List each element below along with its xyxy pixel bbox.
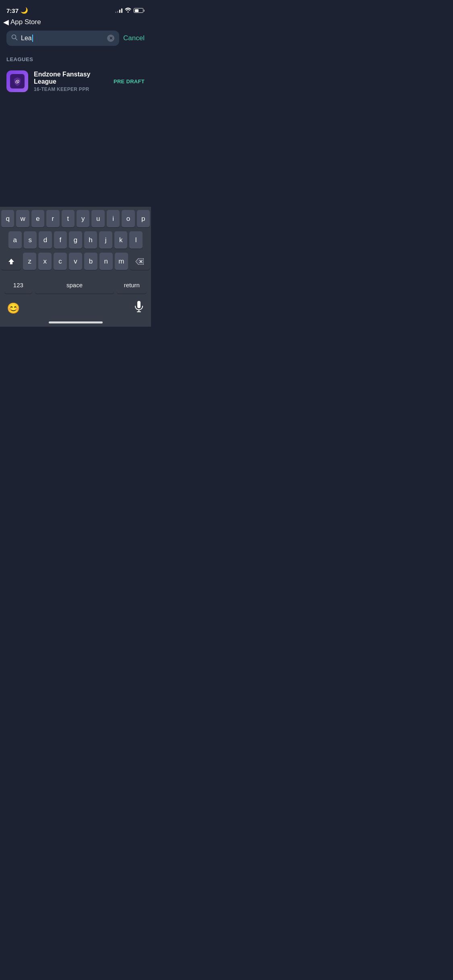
keyboard-row-3: z x c v b n m xyxy=(1,253,150,270)
home-indicator xyxy=(49,321,103,323)
key-h[interactable]: h xyxy=(84,231,97,249)
return-key[interactable]: return xyxy=(117,276,147,294)
key-t[interactable]: t xyxy=(62,210,74,227)
keyboard-row-1: q w e r t y u i o p xyxy=(1,210,150,227)
back-label: App Store xyxy=(10,18,41,26)
signal-icon xyxy=(115,8,122,13)
key-b[interactable]: b xyxy=(84,253,97,270)
key-m[interactable]: m xyxy=(115,253,128,270)
wifi-icon xyxy=(125,7,131,14)
status-right-icons xyxy=(115,7,145,14)
key-o[interactable]: o xyxy=(122,210,134,227)
key-e[interactable]: e xyxy=(31,210,44,227)
key-z[interactable]: z xyxy=(23,253,36,270)
status-bar: 7:37 🌙 xyxy=(0,0,151,18)
key-q[interactable]: q xyxy=(1,210,14,227)
key-i[interactable]: i xyxy=(107,210,120,227)
key-a[interactable]: a xyxy=(8,231,22,249)
key-d[interactable]: d xyxy=(39,231,52,249)
status-time: 7:37 🌙 xyxy=(6,7,28,14)
league-icon-inner xyxy=(10,74,25,89)
key-p[interactable]: p xyxy=(137,210,150,227)
svg-line-1 xyxy=(16,39,17,40)
search-input[interactable]: Lea xyxy=(21,35,104,42)
key-j[interactable]: j xyxy=(99,231,112,249)
svg-marker-6 xyxy=(8,259,14,264)
back-navigation[interactable]: ◀ App Store xyxy=(0,18,151,31)
time-display: 7:37 xyxy=(6,7,19,14)
keyboard-bottom-row: 123 space return xyxy=(1,274,150,299)
key-l[interactable]: l xyxy=(129,231,143,249)
cancel-button[interactable]: Cancel xyxy=(123,34,145,42)
league-status-badge: PRE DRAFT xyxy=(114,78,145,84)
shift-key[interactable] xyxy=(1,253,21,270)
search-row: Lea ✕ Cancel xyxy=(0,31,151,46)
key-v[interactable]: v xyxy=(69,253,82,270)
league-name: Endzone Fanstasy League xyxy=(34,71,108,85)
key-f[interactable]: f xyxy=(54,231,67,249)
league-icon xyxy=(6,70,28,92)
moon-icon: 🌙 xyxy=(21,7,28,14)
key-u[interactable]: u xyxy=(91,210,104,227)
search-icon xyxy=(11,34,18,42)
keyboard: q w e r t y u i o p a s d f g h j k l z … xyxy=(0,207,151,327)
backspace-key[interactable] xyxy=(130,253,150,270)
key-r[interactable]: r xyxy=(46,210,59,227)
key-g[interactable]: g xyxy=(69,231,82,249)
key-x[interactable]: x xyxy=(38,253,52,270)
key-n[interactable]: n xyxy=(99,253,113,270)
key-y[interactable]: y xyxy=(77,210,89,227)
key-c[interactable]: c xyxy=(54,253,67,270)
clear-search-button[interactable]: ✕ xyxy=(107,35,114,42)
keyboard-row-2: a s d f g h j k l xyxy=(1,231,150,249)
home-indicator-area xyxy=(1,315,150,327)
key-s[interactable]: s xyxy=(24,231,37,249)
key-k[interactable]: k xyxy=(114,231,128,249)
emoji-icon[interactable]: 😊 xyxy=(7,302,20,315)
svg-rect-9 xyxy=(137,301,141,308)
battery-icon xyxy=(134,8,145,13)
league-subtitle: 16-TEAM KEEPER PPR xyxy=(34,86,108,92)
leagues-section-header: LEAGUES xyxy=(0,52,151,67)
search-bar[interactable]: Lea ✕ xyxy=(6,31,119,46)
league-info: Endzone Fanstasy League 16-TEAM KEEPER P… xyxy=(34,71,108,92)
key-w[interactable]: w xyxy=(16,210,29,227)
number-key[interactable]: 123 xyxy=(4,276,32,294)
space-key[interactable]: space xyxy=(35,276,114,294)
back-arrow-icon: ◀ xyxy=(3,18,9,27)
mic-icon[interactable] xyxy=(134,301,144,315)
keyboard-extra-row: 😊 xyxy=(1,299,150,315)
league-item[interactable]: Endzone Fanstasy League 16-TEAM KEEPER P… xyxy=(0,67,151,95)
